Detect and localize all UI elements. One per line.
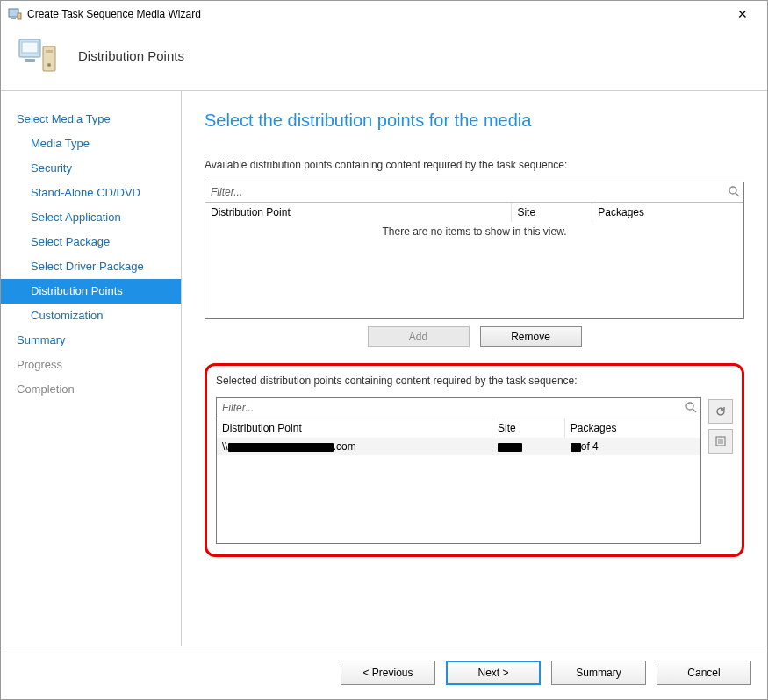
redacted-text	[571, 443, 581, 452]
nav-select-package[interactable]: Select Package	[1, 230, 181, 254]
side-buttons	[708, 375, 733, 544]
col-dp[interactable]: Distribution Point	[217, 418, 492, 438]
available-label: Available distribution points containing…	[205, 159, 744, 171]
available-columns: Distribution Point Site Packages	[205, 203, 743, 222]
page-title: Select the distribution points for the m…	[205, 111, 744, 131]
redacted-text	[228, 443, 334, 452]
cell-site	[492, 438, 565, 455]
dp-suffix: .com	[334, 440, 356, 453]
wizard-window: Create Task Sequence Media Wizard ✕ Dist…	[0, 0, 768, 700]
svg-line-12	[693, 409, 696, 412]
nav-media-type[interactable]: Media Type	[1, 132, 181, 156]
add-button: Add	[368, 326, 470, 347]
col-dp[interactable]: Distribution Point	[205, 203, 512, 222]
footer: < Previous Next > Summary Cancel	[1, 646, 767, 699]
wizard-icon	[17, 34, 59, 76]
svg-point-8	[47, 63, 51, 67]
packages-suffix: of 4	[581, 440, 599, 453]
previous-button[interactable]: < Previous	[341, 661, 435, 685]
redacted-text	[498, 443, 522, 452]
svg-rect-2	[18, 13, 21, 19]
svg-rect-7	[46, 50, 53, 53]
svg-line-10	[736, 193, 739, 196]
selected-list-body: \\.com of 4	[217, 438, 700, 543]
add-remove-row: Add Remove	[205, 319, 744, 363]
main-panel: Select the distribution points for the m…	[182, 91, 767, 646]
remove-button[interactable]: Remove	[480, 326, 582, 347]
cell-packages: of 4	[565, 438, 700, 455]
refresh-button[interactable]	[708, 399, 733, 424]
search-icon[interactable]	[724, 185, 743, 200]
nav-completion: Completion	[1, 377, 181, 402]
nav-security[interactable]: Security	[1, 156, 181, 181]
available-listbox: Distribution Point Site Packages There a…	[205, 182, 744, 319]
svg-point-11	[686, 403, 693, 410]
nav-customization[interactable]: Customization	[1, 304, 181, 328]
svg-rect-4	[22, 42, 38, 53]
app-icon	[8, 7, 22, 21]
header-panel: Distribution Points	[1, 27, 767, 91]
selected-listbox: Distribution Point Site Packages \\.com	[216, 397, 701, 544]
titlebar: Create Task Sequence Media Wizard ✕	[1, 1, 767, 27]
svg-rect-0	[9, 9, 18, 17]
close-button[interactable]: ✕	[725, 7, 760, 21]
table-row[interactable]: \\.com of 4	[217, 438, 700, 455]
window-title: Create Task Sequence Media Wizard	[27, 8, 725, 20]
header-title: Distribution Points	[78, 48, 184, 63]
svg-rect-5	[25, 59, 35, 62]
selected-filter-input[interactable]	[217, 398, 681, 418]
svg-point-9	[729, 187, 736, 194]
available-filter-row	[205, 182, 743, 203]
cancel-button[interactable]: Cancel	[657, 661, 751, 685]
nav-sidebar: Select Media Type Media Type Security St…	[1, 91, 182, 646]
available-list-body: There are no items to show in this view.	[205, 222, 743, 318]
nav-summary[interactable]: Summary	[1, 328, 181, 353]
svg-rect-1	[11, 18, 16, 19]
col-packages[interactable]: Packages	[592, 203, 743, 222]
nav-distribution-points[interactable]: Distribution Points	[1, 279, 181, 304]
nav-progress: Progress	[1, 353, 181, 377]
dp-prefix: \\	[222, 440, 228, 453]
selected-filter-row	[217, 398, 700, 418]
nav-standalone-cd-dvd[interactable]: Stand-Alone CD/DVD	[1, 181, 181, 205]
next-button[interactable]: Next >	[446, 661, 541, 685]
details-button[interactable]	[708, 429, 733, 454]
cell-dp: \\.com	[217, 438, 492, 455]
nav-select-driver-package[interactable]: Select Driver Package	[1, 254, 181, 279]
col-site[interactable]: Site	[512, 203, 592, 222]
wizard-body: Select Media Type Media Type Security St…	[1, 91, 767, 646]
selected-columns: Distribution Point Site Packages	[217, 418, 700, 438]
selected-label: Selected distribution points containing …	[216, 375, 701, 387]
col-site[interactable]: Site	[492, 418, 565, 438]
selected-highlight: Selected distribution points containing …	[205, 363, 744, 557]
available-empty: There are no items to show in this view.	[205, 222, 743, 238]
col-packages[interactable]: Packages	[565, 418, 700, 438]
nav-select-application[interactable]: Select Application	[1, 205, 181, 230]
nav-select-media-type[interactable]: Select Media Type	[1, 107, 181, 132]
search-icon[interactable]	[681, 401, 700, 416]
available-filter-input[interactable]	[205, 182, 724, 202]
summary-button[interactable]: Summary	[551, 661, 646, 685]
